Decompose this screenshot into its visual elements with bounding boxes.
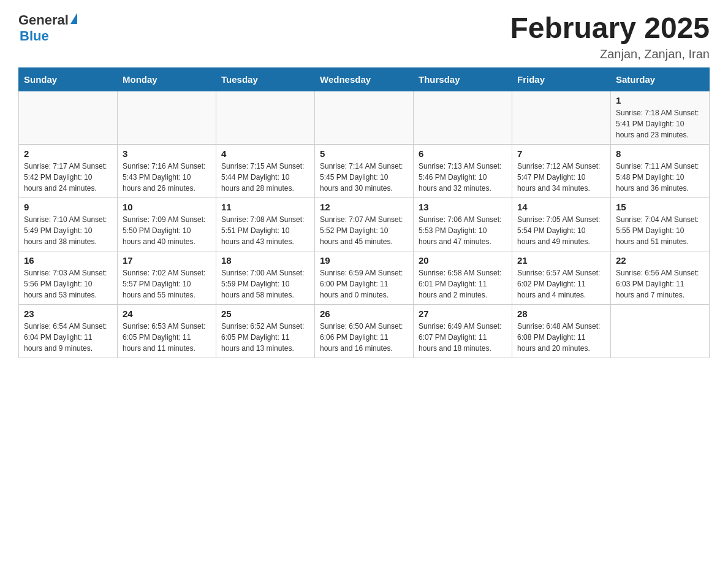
day-number: 9 — [24, 202, 112, 212]
day-info: Sunrise: 7:10 AM Sunset: 5:49 PM Dayligh… — [24, 214, 112, 247]
calendar-header-row: SundayMondayTuesdayWednesdayThursdayFrid… — [19, 67, 710, 91]
calendar-cell: 21Sunrise: 6:57 AM Sunset: 6:02 PM Dayli… — [512, 251, 611, 304]
calendar-header-wednesday: Wednesday — [315, 67, 414, 91]
month-title: February 2025 — [510, 12, 710, 45]
day-info: Sunrise: 7:15 AM Sunset: 5:44 PM Dayligh… — [221, 161, 309, 194]
calendar-cell — [118, 91, 216, 144]
logo: General Blue — [18, 12, 77, 44]
calendar-header-thursday: Thursday — [414, 67, 512, 91]
calendar-cell: 11Sunrise: 7:08 AM Sunset: 5:51 PM Dayli… — [216, 197, 315, 251]
day-number: 18 — [221, 255, 309, 266]
calendar-cell — [611, 304, 710, 358]
day-info: Sunrise: 7:07 AM Sunset: 5:52 PM Dayligh… — [320, 214, 408, 247]
day-number: 28 — [517, 308, 605, 319]
day-number: 22 — [616, 255, 704, 266]
day-info: Sunrise: 7:08 AM Sunset: 5:51 PM Dayligh… — [221, 214, 309, 247]
day-number: 7 — [517, 148, 605, 159]
day-number: 16 — [24, 255, 112, 266]
calendar-cell: 7Sunrise: 7:12 AM Sunset: 5:47 PM Daylig… — [512, 144, 611, 197]
location-text: Zanjan, Zanjan, Iran — [510, 47, 710, 61]
calendar-cell: 16Sunrise: 7:03 AM Sunset: 5:56 PM Dayli… — [19, 251, 118, 304]
day-info: Sunrise: 7:16 AM Sunset: 5:43 PM Dayligh… — [123, 161, 211, 194]
calendar-cell: 27Sunrise: 6:49 AM Sunset: 6:07 PM Dayli… — [414, 304, 512, 358]
day-number: 4 — [221, 148, 309, 159]
calendar-cell: 10Sunrise: 7:09 AM Sunset: 5:50 PM Dayli… — [118, 197, 216, 251]
day-number: 24 — [123, 308, 211, 319]
calendar-week-row: 16Sunrise: 7:03 AM Sunset: 5:56 PM Dayli… — [19, 251, 710, 304]
calendar-cell: 18Sunrise: 7:00 AM Sunset: 5:59 PM Dayli… — [216, 251, 315, 304]
day-info: Sunrise: 7:14 AM Sunset: 5:45 PM Dayligh… — [320, 161, 408, 194]
calendar-cell: 6Sunrise: 7:13 AM Sunset: 5:46 PM Daylig… — [414, 144, 512, 197]
day-number: 6 — [419, 148, 507, 159]
page-header: General Blue February 2025 Zanjan, Zanja… — [18, 12, 710, 61]
day-info: Sunrise: 7:02 AM Sunset: 5:57 PM Dayligh… — [123, 267, 211, 301]
day-info: Sunrise: 7:12 AM Sunset: 5:47 PM Dayligh… — [517, 161, 605, 194]
calendar-cell — [216, 91, 315, 144]
calendar-week-row: 9Sunrise: 7:10 AM Sunset: 5:49 PM Daylig… — [19, 197, 710, 251]
calendar-header-tuesday: Tuesday — [216, 67, 315, 91]
calendar-header-sunday: Sunday — [19, 67, 118, 91]
day-number: 1 — [616, 95, 704, 105]
calendar-cell: 13Sunrise: 7:06 AM Sunset: 5:53 PM Dayli… — [414, 197, 512, 251]
day-info: Sunrise: 7:13 AM Sunset: 5:46 PM Dayligh… — [419, 161, 507, 194]
calendar-cell: 9Sunrise: 7:10 AM Sunset: 5:49 PM Daylig… — [19, 197, 118, 251]
calendar-cell — [512, 91, 611, 144]
calendar-cell: 1Sunrise: 7:18 AM Sunset: 5:41 PM Daylig… — [611, 91, 710, 144]
day-number: 13 — [419, 202, 507, 212]
day-info: Sunrise: 6:56 AM Sunset: 6:03 PM Dayligh… — [616, 267, 704, 301]
title-section: February 2025 Zanjan, Zanjan, Iran — [510, 12, 710, 61]
calendar-cell: 4Sunrise: 7:15 AM Sunset: 5:44 PM Daylig… — [216, 144, 315, 197]
calendar-cell: 26Sunrise: 6:50 AM Sunset: 6:06 PM Dayli… — [315, 304, 414, 358]
day-number: 14 — [517, 202, 605, 212]
day-info: Sunrise: 6:50 AM Sunset: 6:06 PM Dayligh… — [320, 321, 408, 354]
calendar-cell: 8Sunrise: 7:11 AM Sunset: 5:48 PM Daylig… — [611, 144, 710, 197]
calendar-cell: 5Sunrise: 7:14 AM Sunset: 5:45 PM Daylig… — [315, 144, 414, 197]
day-number: 23 — [24, 308, 112, 319]
calendar-week-row: 23Sunrise: 6:54 AM Sunset: 6:04 PM Dayli… — [19, 304, 710, 358]
calendar-cell: 17Sunrise: 7:02 AM Sunset: 5:57 PM Dayli… — [118, 251, 216, 304]
day-number: 27 — [419, 308, 507, 319]
day-number: 5 — [320, 148, 408, 159]
calendar-week-row: 1Sunrise: 7:18 AM Sunset: 5:41 PM Daylig… — [19, 91, 710, 144]
calendar-cell — [315, 91, 414, 144]
day-number: 20 — [419, 255, 507, 266]
calendar-cell: 3Sunrise: 7:16 AM Sunset: 5:43 PM Daylig… — [118, 144, 216, 197]
day-info: Sunrise: 6:54 AM Sunset: 6:04 PM Dayligh… — [24, 321, 112, 354]
day-info: Sunrise: 6:57 AM Sunset: 6:02 PM Dayligh… — [517, 267, 605, 301]
calendar-header-friday: Friday — [512, 67, 611, 91]
calendar-cell: 14Sunrise: 7:05 AM Sunset: 5:54 PM Dayli… — [512, 197, 611, 251]
day-info: Sunrise: 7:06 AM Sunset: 5:53 PM Dayligh… — [419, 214, 507, 247]
day-number: 3 — [123, 148, 211, 159]
day-number: 10 — [123, 202, 211, 212]
logo-general-text: General — [18, 12, 69, 28]
day-number: 15 — [616, 202, 704, 212]
day-info: Sunrise: 7:03 AM Sunset: 5:56 PM Dayligh… — [24, 267, 112, 301]
day-info: Sunrise: 7:00 AM Sunset: 5:59 PM Dayligh… — [221, 267, 309, 301]
day-number: 17 — [123, 255, 211, 266]
calendar-cell: 23Sunrise: 6:54 AM Sunset: 6:04 PM Dayli… — [19, 304, 118, 358]
calendar-cell: 22Sunrise: 6:56 AM Sunset: 6:03 PM Dayli… — [611, 251, 710, 304]
day-info: Sunrise: 7:09 AM Sunset: 5:50 PM Dayligh… — [123, 214, 211, 247]
logo-triangle-icon — [70, 13, 77, 24]
day-number: 8 — [616, 148, 704, 159]
calendar-header-monday: Monday — [118, 67, 216, 91]
calendar-table: SundayMondayTuesdayWednesdayThursdayFrid… — [18, 67, 710, 358]
calendar-cell: 28Sunrise: 6:48 AM Sunset: 6:08 PM Dayli… — [512, 304, 611, 358]
calendar-cell: 24Sunrise: 6:53 AM Sunset: 6:05 PM Dayli… — [118, 304, 216, 358]
calendar-cell — [414, 91, 512, 144]
day-info: Sunrise: 6:58 AM Sunset: 6:01 PM Dayligh… — [419, 267, 507, 301]
logo-blue-text: Blue — [20, 28, 49, 44]
calendar-cell: 19Sunrise: 6:59 AM Sunset: 6:00 PM Dayli… — [315, 251, 414, 304]
calendar-cell: 12Sunrise: 7:07 AM Sunset: 5:52 PM Dayli… — [315, 197, 414, 251]
day-info: Sunrise: 6:48 AM Sunset: 6:08 PM Dayligh… — [517, 321, 605, 354]
calendar-week-row: 2Sunrise: 7:17 AM Sunset: 5:42 PM Daylig… — [19, 144, 710, 197]
day-info: Sunrise: 7:04 AM Sunset: 5:55 PM Dayligh… — [616, 214, 704, 247]
day-number: 2 — [24, 148, 112, 159]
day-number: 12 — [320, 202, 408, 212]
calendar-cell — [19, 91, 118, 144]
day-info: Sunrise: 6:53 AM Sunset: 6:05 PM Dayligh… — [123, 321, 211, 354]
calendar-cell: 20Sunrise: 6:58 AM Sunset: 6:01 PM Dayli… — [414, 251, 512, 304]
day-number: 26 — [320, 308, 408, 319]
day-info: Sunrise: 7:18 AM Sunset: 5:41 PM Dayligh… — [616, 107, 704, 140]
day-number: 21 — [517, 255, 605, 266]
